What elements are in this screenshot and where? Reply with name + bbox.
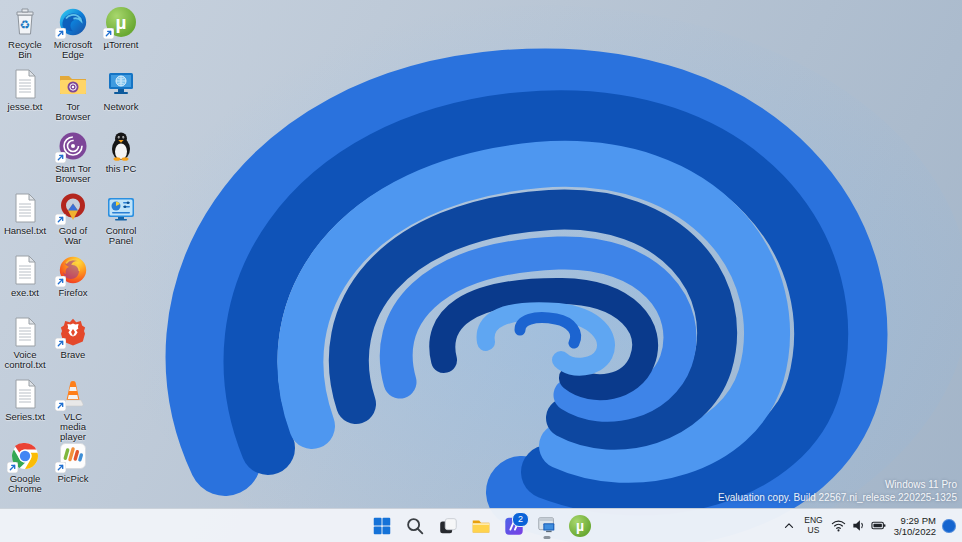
remote-desktop-icon: [536, 515, 558, 537]
taskbar-search-button[interactable]: [401, 512, 429, 540]
edge-icon: [57, 6, 89, 38]
desktop-icon-label: Network: [104, 102, 139, 112]
desktop-icon-label: Voice control.txt: [2, 350, 48, 370]
desktop-icon-label: VLC media player: [50, 412, 96, 442]
language-region: US: [804, 526, 822, 536]
taskbar-center: 2µ: [368, 509, 594, 542]
system-tray: ENG US 9:29: [778, 509, 959, 542]
shortcut-arrow-icon: [55, 214, 66, 225]
desktop-icon-label: Tor Browser: [50, 102, 96, 122]
desktop-icon-tor-browser[interactable]: Tor Browser: [50, 68, 96, 126]
task-view-icon: [437, 515, 459, 537]
desktop-icon-label: Hansel.txt: [4, 226, 46, 236]
brave-icon: [57, 316, 89, 348]
vlc-icon: [57, 378, 89, 410]
taskbar-utorrent-button[interactable]: µ: [566, 512, 594, 540]
desktop-icon-label: Control Panel: [98, 226, 144, 246]
desktop[interactable]: ♻Recycle BinMicrosoft EdgeµµTorrentjesse…: [0, 0, 962, 542]
tray-time: 9:29 PM: [894, 515, 936, 526]
notification-center-badge[interactable]: [942, 519, 956, 533]
desktop-icon-label: Microsoft Edge: [50, 40, 96, 60]
notification-count-badge: 2: [512, 512, 529, 527]
desktop-icon-google-chrome[interactable]: Google Chrome: [2, 440, 48, 498]
tux-penguin-icon: [105, 130, 137, 162]
desktop-icon-brave[interactable]: Brave: [50, 316, 96, 374]
quick-settings-button[interactable]: [827, 512, 890, 540]
clock-button[interactable]: 9:29 PM 3/10/2022: [890, 512, 940, 540]
language-switcher[interactable]: ENG US: [800, 512, 826, 540]
taskbar-file-explorer-button[interactable]: [467, 512, 495, 540]
desktop-icon-start-tor-browser[interactable]: Start Tor Browser: [50, 130, 96, 188]
text-file-icon: [9, 68, 41, 100]
taskbar-task-view-button[interactable]: [434, 512, 462, 540]
desktop-icon-series-txt[interactable]: Series.txt: [2, 378, 48, 436]
chevron-up-icon: [782, 519, 796, 533]
text-file-icon: [9, 192, 41, 224]
evaluation-watermark: Windows 11 Pro Evaluation copy. Build 22…: [718, 478, 957, 504]
shortcut-arrow-icon: [55, 338, 66, 349]
desktop-icon-label: Brave: [61, 350, 86, 360]
desktop-icon-label: this PC: [106, 164, 137, 174]
desktop-icon-label: God of War: [50, 226, 96, 246]
desktop-icon-network[interactable]: Network: [98, 68, 144, 126]
desktop-icon-grid: ♻Recycle BinMicrosoft EdgeµµTorrentjesse…: [0, 0, 200, 509]
control-panel-icon: [105, 192, 137, 224]
recycle-bin-icon: ♻: [9, 6, 41, 38]
shortcut-arrow-icon: [55, 400, 66, 411]
taskbar-start-button[interactable]: [368, 512, 396, 540]
battery-icon: [871, 518, 886, 533]
desktop-icon-label: µTorrent: [103, 40, 138, 50]
shortcut-arrow-icon: [55, 276, 66, 287]
desktop-icon-exe-txt[interactable]: exe.txt: [2, 254, 48, 312]
desktop-icon-firefox[interactable]: Firefox: [50, 254, 96, 312]
text-file-icon: [9, 316, 41, 348]
text-file-icon: [9, 254, 41, 286]
shortcut-arrow-icon: [7, 462, 18, 473]
shortcut-arrow-icon: [55, 152, 66, 163]
desktop-icon-microsoft-edge[interactable]: Microsoft Edge: [50, 6, 96, 64]
windows-logo-icon: [371, 515, 393, 537]
desktop-icon-voice-control-txt[interactable]: Voice control.txt: [2, 316, 48, 374]
desktop-icon-torrent[interactable]: µµTorrent: [98, 6, 144, 64]
god-of-war-icon: [57, 192, 89, 224]
search-icon: [404, 515, 426, 537]
desktop-icon-control-panel[interactable]: Control Panel: [98, 192, 144, 250]
utorrent-icon: µ: [569, 515, 591, 537]
watermark-edition: Windows 11 Pro: [718, 478, 957, 491]
desktop-icon-god-of-war[interactable]: God of War: [50, 192, 96, 250]
desktop-icon-this-pc[interactable]: this PC: [98, 130, 144, 188]
desktop-icon-jesse-txt[interactable]: jesse.txt: [2, 68, 48, 126]
taskbar: 2µ ENG US: [0, 508, 962, 542]
desktop-icon-recycle-bin[interactable]: ♻Recycle Bin: [2, 6, 48, 64]
taskbar-remote-desktop-button[interactable]: [533, 512, 561, 540]
text-file-icon: [9, 378, 41, 410]
firefox-icon: [57, 254, 89, 286]
running-indicator: [544, 536, 551, 539]
desktop-icon-label: Firefox: [58, 288, 87, 298]
wifi-icon: [831, 518, 846, 533]
desktop-icon-label: Start Tor Browser: [50, 164, 96, 184]
tray-date: 3/10/2022: [894, 526, 936, 537]
utorrent-icon: µ: [105, 6, 137, 38]
picpick-icon: [57, 440, 89, 472]
tor-folder-icon: [57, 68, 89, 100]
desktop-icon-label: Recycle Bin: [2, 40, 48, 60]
desktop-icon-hansel-txt[interactable]: Hansel.txt: [2, 192, 48, 250]
chrome-icon: [9, 440, 41, 472]
desktop-icon-vlc-media-player[interactable]: VLC media player: [50, 378, 96, 436]
desktop-icon-label: exe.txt: [11, 288, 39, 298]
network-icon: [105, 68, 137, 100]
file-explorer-icon: [470, 515, 492, 537]
desktop-icon-label: Series.txt: [5, 412, 45, 422]
desktop-icon-label: PicPick: [57, 474, 88, 484]
shortcut-arrow-icon: [55, 462, 66, 473]
desktop-icon-label: Google Chrome: [2, 474, 48, 494]
tor-icon: [57, 130, 89, 162]
desktop-icon-picpick[interactable]: PicPick: [50, 440, 96, 498]
show-hidden-icons-button[interactable]: [778, 512, 800, 540]
volume-icon: [851, 518, 866, 533]
shortcut-arrow-icon: [103, 28, 114, 39]
watermark-build: Evaluation copy. Build 22567.ni_release.…: [718, 491, 957, 504]
svg-text:♻: ♻: [20, 18, 31, 32]
taskbar-app-with-notifications-button[interactable]: 2: [500, 512, 528, 540]
